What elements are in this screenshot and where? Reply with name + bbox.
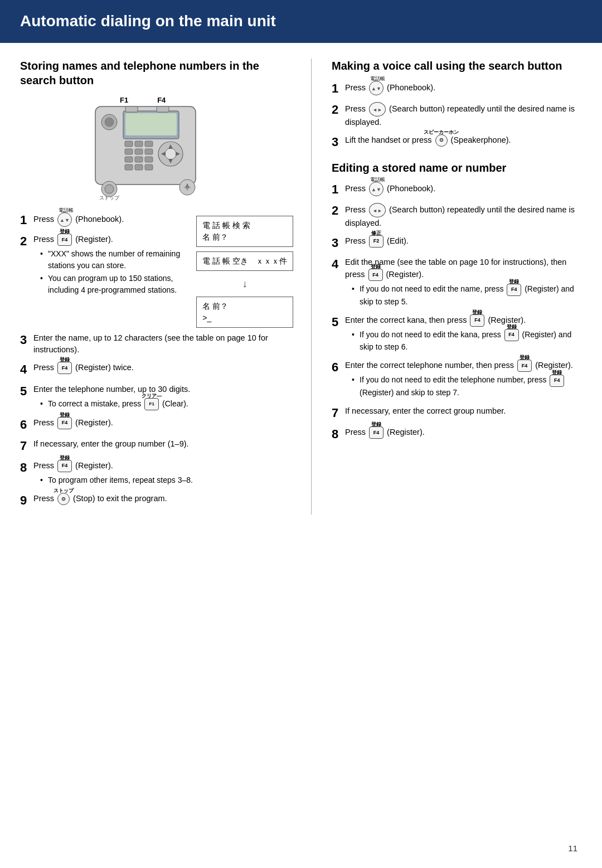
left-step-8: 8 Press 登録F4 (Register). To program othe…: [20, 460, 293, 487]
info-box-phonebook: 電 話 帳 検 索名 前？: [196, 216, 293, 247]
register-btn-r2s5b: 登録F4: [504, 329, 519, 341]
right2-step-3: 3 Press 修正F2 (Edit).: [332, 235, 582, 251]
svg-rect-12: [145, 149, 153, 154]
page: Automatic dialing on the main unit Stori…: [0, 0, 602, 868]
right2-step-1: 1 Press 電話帳▲▼ (Phonebook).: [332, 182, 582, 198]
right2-step-7: 7 If necessary, enter the correct group …: [332, 405, 582, 421]
pb-icon-r2s1: 電話帳▲▼: [369, 182, 383, 196]
register-btn-8: 登録F4: [57, 460, 72, 472]
register-btn-r2s6b: 登録F4: [550, 375, 564, 387]
register-btn-r2s5: 登録F4: [470, 314, 484, 327]
svg-text:▲▼: ▲▼: [372, 187, 381, 192]
register-btn-6: 登録F4: [57, 417, 72, 429]
register-btn-icon: 登録 F4: [57, 234, 72, 246]
svg-point-26: [105, 185, 114, 193]
svg-rect-17: [135, 164, 143, 170]
left-step-6: 6 Press 登録F4 (Register).: [20, 417, 293, 433]
content-area: Storing names and telephone numbers in t…: [0, 59, 602, 515]
svg-text:▲▼: ▲▼: [372, 86, 381, 91]
right2-step-8: 8 Press 登録F4 (Register).: [332, 426, 582, 443]
svg-text:▲▼: ▲▼: [60, 217, 70, 223]
step-r2-5-bullets: If you do not need to edit the kana, pre…: [352, 329, 582, 353]
svg-point-2: [105, 118, 114, 127]
pb-icon-r1s1: 電話帳▲▼: [369, 81, 383, 95]
svg-rect-18: [145, 164, 153, 170]
step-r2-6-bullets: If you do not need to edit the telephone…: [352, 374, 582, 398]
register-btn-r2s8: 登録F4: [369, 426, 383, 439]
left-step-4: 4 Press 登録F4 (Register) twice.: [20, 362, 293, 378]
right2-step-4: 4 Edit the name (see the table on page 1…: [332, 256, 582, 308]
phonebook-btn-icon: ▲▼ 電話帳: [57, 212, 72, 227]
svg-rect-14: [135, 157, 143, 162]
svg-text:◄►: ◄►: [372, 208, 382, 214]
svg-rect-6: [157, 106, 169, 112]
right1-step-3: 3 Lift the handset or press スピーカーホン⊙ (Sp…: [332, 134, 582, 151]
svg-rect-16: [125, 164, 133, 170]
page-title: Automatic dialing on the main unit: [20, 10, 582, 33]
f1-label: F1: [120, 95, 128, 106]
svg-rect-9: [145, 141, 153, 147]
search-icon-r2s2: ◄►: [369, 203, 386, 217]
right-section2-title: Editing a stored name or number: [332, 161, 582, 175]
stop-btn: ストップ⊙: [57, 493, 70, 505]
right2-step-2: 2 Press ◄► (Search button) repeatedly un…: [332, 203, 582, 230]
step1-prefix: Press: [33, 214, 56, 223]
arrow-down: ↓: [196, 277, 293, 291]
right1-step-2: 2 Press ◄► (Search button) repeatedly un…: [332, 102, 582, 129]
left-column: Storing names and telephone numbers in t…: [20, 59, 293, 515]
svg-rect-7: [125, 141, 133, 147]
info-box-name: 名 前？>_: [196, 297, 293, 328]
left-step-7: 7 If necessary, enter the group number (…: [20, 438, 293, 454]
page-number: 11: [568, 842, 577, 855]
svg-rect-15: [145, 157, 153, 162]
left-section-title: Storing names and telephone numbers in t…: [20, 59, 293, 88]
step-r2-4-bullets: If you do not need to edit the name, pre…: [352, 283, 582, 307]
svg-text:ストップ: ストップ: [99, 195, 120, 201]
clear-btn: クリア―F1: [144, 398, 159, 410]
step2-bullets: "XXX" shows the number of remaining stat…: [40, 248, 186, 296]
right1-step-1: 1 Press 電話帳▲▼ (Phonebook).: [332, 81, 582, 97]
register-btn-r2s4: 登録F4: [368, 269, 383, 281]
left-step-9: 9 Press ストップ⊙ (Stop) to exit the program…: [20, 493, 293, 509]
speaker-btn-r1s3: スピーカーホン⊙: [435, 134, 448, 147]
right2-step-5: 5 Enter the correct kana, then press 登録F…: [332, 314, 582, 354]
step8-bullets: To program other items, repeat steps 3–8…: [40, 474, 293, 486]
svg-rect-10: [125, 149, 133, 154]
svg-rect-5: [125, 106, 138, 112]
svg-text:◄►: ◄►: [372, 107, 382, 113]
edit-btn-r2s3: 修正F2: [369, 235, 383, 248]
search-icon-r1s2: ◄►: [369, 102, 386, 117]
left-step-3: 3 Enter the name, up to 12 characters (s…: [20, 332, 293, 357]
right2-step-6: 6 Enter the correct telephone number, th…: [332, 360, 582, 399]
header-bar: Automatic dialing on the main unit: [0, 0, 602, 43]
right-column: Making a voice call using the search but…: [311, 59, 582, 515]
info-boxes: 電 話 帳 検 索名 前？ 電 話 帳 空き ｘｘｘ件 ↓ 名 前？>_: [196, 216, 293, 328]
left-step-2: 2 Press 登録 F4 (Register).: [20, 234, 186, 297]
f4-label: F4: [157, 95, 166, 106]
svg-rect-8: [135, 141, 143, 147]
svg-rect-4: [125, 113, 177, 135]
register-btn-r2s6: 登録F4: [517, 360, 532, 372]
svg-rect-13: [125, 157, 133, 162]
left-step-1: 1 Press ▲▼ 電話帳 (Phonebook).: [20, 212, 186, 229]
svg-rect-11: [135, 149, 143, 154]
device-image-area: F1 F4: [20, 95, 293, 212]
left-step-5: 5 Enter the telephone number, up to 30 d…: [20, 384, 293, 411]
register-btn-r2s4b: 登録F4: [507, 284, 521, 296]
step5-bullets: To correct a mistake, press クリア―F1 (Clea…: [40, 398, 293, 410]
right-section1-title: Making a voice call using the search but…: [332, 59, 582, 73]
info-box-stations: 電 話 帳 空き ｘｘｘ件: [196, 251, 293, 271]
register-btn-4: 登録F4: [57, 362, 72, 374]
svg-point-20: [165, 148, 176, 159]
device-diagram: ストップ: [84, 101, 229, 212]
